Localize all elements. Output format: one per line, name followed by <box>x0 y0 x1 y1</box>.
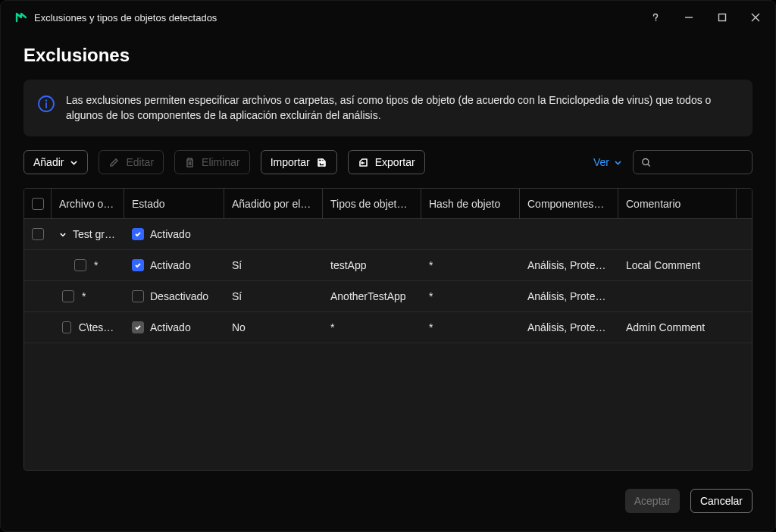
svg-rect-1 <box>719 14 726 21</box>
info-banner: Las exclusiones permiten especificar arc… <box>23 80 753 136</box>
header-types[interactable]: Tipos de objet… <box>323 189 421 219</box>
pencil-icon <box>108 157 120 168</box>
cell-file: * <box>94 259 98 271</box>
view-dropdown[interactable]: Ver <box>593 156 622 168</box>
header-added[interactable]: Añadido por el… <box>224 189 323 219</box>
table-row[interactable]: * Activado Sí testApp * Análisis, Protec… <box>24 250 752 281</box>
cell-types: * <box>330 321 334 333</box>
cell-hash: * <box>429 290 433 302</box>
cell-types: testApp <box>330 259 366 271</box>
cell-file: * <box>82 290 86 302</box>
header-components[interactable]: Componentes… <box>520 189 618 219</box>
accept-button: Aceptar <box>625 489 680 513</box>
group-name: Test gro… <box>73 228 117 240</box>
titlebar: Exclusiones y tipos de objetos detectado… <box>1 1 775 34</box>
help-icon[interactable] <box>649 11 662 23</box>
svg-point-5 <box>643 158 649 164</box>
cell-state: Activado <box>150 259 191 271</box>
table-header: Archivo o c… Estado Añadido por el… Tipo… <box>24 189 752 219</box>
cell-comment: Admin Comment <box>626 321 705 333</box>
export-button[interactable]: Exportar <box>348 150 425 174</box>
svg-line-6 <box>648 164 650 166</box>
state-checkbox[interactable] <box>132 321 144 333</box>
cell-file: C\test\tes… <box>79 321 117 333</box>
search-icon <box>641 157 652 168</box>
state-checkbox[interactable] <box>132 290 144 302</box>
chevron-down-icon[interactable] <box>59 230 67 239</box>
window-title: Exclusiones y tipos de objetos detectado… <box>34 12 217 23</box>
cell-comment: Local Comment <box>626 259 700 271</box>
cell-types: AnotherTestApp <box>330 290 406 302</box>
close-icon[interactable] <box>749 11 762 23</box>
chevron-down-icon <box>614 158 622 167</box>
cell-hash: * <box>429 259 433 271</box>
header-hash[interactable]: Hash de objeto <box>421 189 520 219</box>
header-file[interactable]: Archivo o c… <box>52 189 124 219</box>
cell-hash: * <box>429 321 433 333</box>
table-group-row[interactable]: Test gro… Activado <box>24 219 752 250</box>
header-comment[interactable]: Comentario <box>618 189 737 219</box>
row-checkbox[interactable] <box>32 228 44 240</box>
svg-point-3 <box>45 99 47 101</box>
page-title: Exclusiones <box>23 45 753 66</box>
row-checkbox[interactable] <box>74 259 86 271</box>
dialog-footer: Aceptar Cancelar <box>1 471 775 531</box>
cell-added: Sí <box>232 259 242 271</box>
info-icon <box>37 95 55 113</box>
state-checkbox[interactable] <box>132 259 144 271</box>
minimize-icon[interactable] <box>683 11 695 23</box>
table-row[interactable]: * Desactivado Sí AnotherTestApp * Anális… <box>24 281 752 312</box>
info-text: Las exclusiones permiten especificar arc… <box>66 94 711 121</box>
export-icon <box>358 157 369 168</box>
cell-state: Desactivado <box>150 290 208 302</box>
table-body: Test gro… Activado * <box>24 219 752 470</box>
row-checkbox[interactable] <box>62 321 71 333</box>
group-state: Activado <box>150 228 191 240</box>
header-state[interactable]: Estado <box>124 189 224 219</box>
edit-button: Editar <box>99 150 164 174</box>
maximize-icon[interactable] <box>716 11 728 23</box>
chevron-down-icon <box>70 158 78 167</box>
add-button[interactable]: Añadir <box>23 150 88 174</box>
cancel-button[interactable]: Cancelar <box>690 489 753 513</box>
search-box[interactable] <box>633 150 753 174</box>
cell-components: Análisis, Protecci… <box>527 321 611 333</box>
trash-icon <box>184 157 196 168</box>
import-icon <box>316 157 327 168</box>
select-all-checkbox[interactable] <box>32 198 44 210</box>
toolbar: Añadir Editar Eliminar Importar Exportar <box>23 150 753 174</box>
cell-components: Análisis, Protecci… <box>527 290 611 302</box>
state-checkbox[interactable] <box>132 228 144 240</box>
delete-button: Eliminar <box>174 150 250 174</box>
import-button[interactable]: Importar <box>261 150 337 174</box>
cell-components: Análisis, Protecci… <box>527 259 611 271</box>
app-window: Exclusiones y tipos de objetos detectado… <box>0 0 776 532</box>
search-input[interactable] <box>652 156 744 168</box>
app-logo-icon <box>14 11 28 24</box>
cell-state: Activado <box>150 321 191 333</box>
row-checkbox[interactable] <box>62 290 74 302</box>
cell-added: Sí <box>232 290 242 302</box>
cell-added: No <box>232 321 246 333</box>
table-row[interactable]: C\test\tes… Activado No * * Análisis, Pr… <box>24 312 752 343</box>
exclusions-table: Archivo o c… Estado Añadido por el… Tipo… <box>23 188 753 471</box>
header-checkbox-cell <box>24 189 52 219</box>
